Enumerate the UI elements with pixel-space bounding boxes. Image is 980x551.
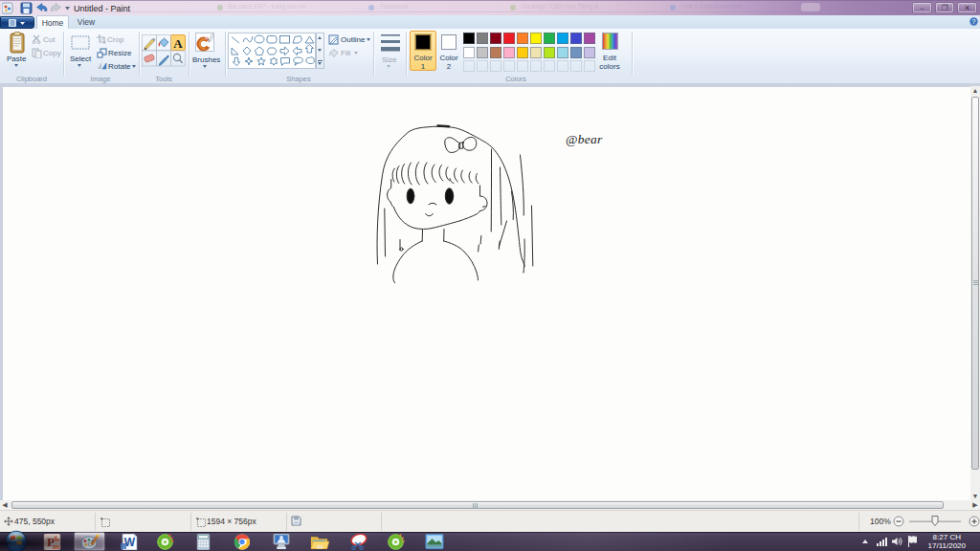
svg-text:A: A: [173, 36, 183, 51]
svg-text:P: P: [47, 535, 55, 549]
svg-text:?: ?: [972, 18, 976, 25]
svg-text:W: W: [124, 536, 136, 549]
